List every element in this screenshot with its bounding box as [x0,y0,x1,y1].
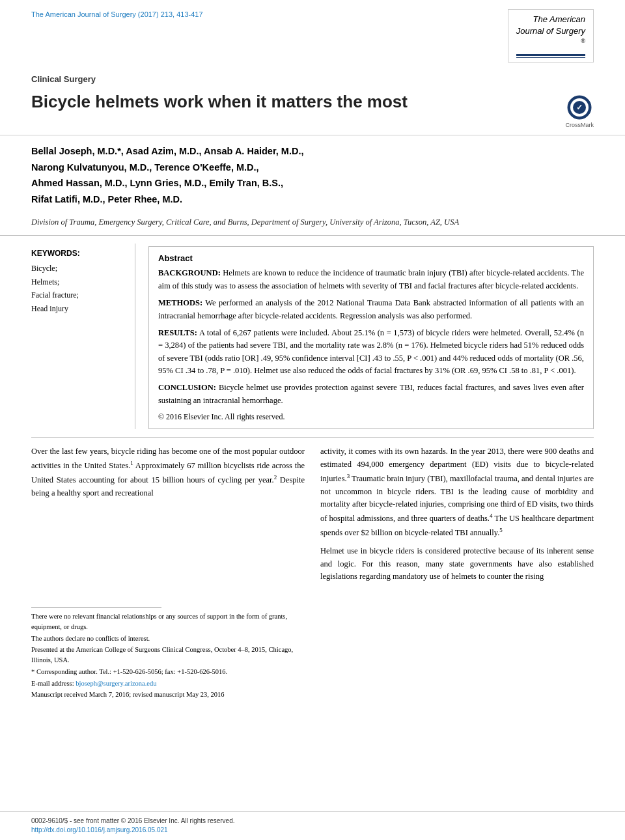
keywords-col: KEYWORDS: Bicycle; Helmets; Facial fract… [31,244,135,429]
section-label: Clinical Surgery [0,63,625,88]
keyword-item: Bicycle; [31,262,126,275]
footnote-divider [31,607,161,608]
abstract-conclusion: CONCLUSION: Bicycle helmet use provides … [158,382,584,407]
body-para-2: activity, it comes with its own hazards.… [320,445,594,540]
footnote-3: Presented at the American College of Sur… [31,645,305,665]
body-text: Over the last few years, bicycle riding … [0,445,625,589]
body-para-3: Helmet use in bicycle riders is consider… [320,545,594,583]
svg-text:✓: ✓ [576,103,583,112]
abstract-background: BACKGROUND: Helmets are known to reduce … [158,267,584,292]
body-col-left: Over the last few years, bicycle riding … [31,445,305,589]
article-title: Bicycle helmets work when it matters the… [31,92,555,112]
keywords-title: KEYWORDS: [31,249,126,258]
abstract-title: Abstract [158,253,584,263]
crossmark-label: CrossMark [565,122,594,128]
footnote-5: E-mail address: bjoseph@surgery.arizona.… [31,679,305,689]
issn-line: 0002-9610/$ - see front matter © 2016 El… [31,817,594,824]
body-col-right: activity, it comes with its own hazards.… [320,445,594,589]
abstract-methods: METHODS: We performed an analysis of the… [158,297,584,322]
footnote-6: Manuscript received March 7, 2016; revis… [31,690,305,700]
article-title-area: Bicycle helmets work when it matters the… [0,88,625,135]
crossmark-icon: ✓ [566,94,592,120]
body-para-1: Over the last few years, bicycle riding … [31,445,305,499]
journal-ref: The American Journal of Surgery (2017) 2… [31,9,203,20]
footnotes-area: There were no relevant financial relatio… [0,607,625,700]
crossmark-logo: ✓ CrossMark [565,94,594,128]
keywords-list: Bicycle; Helmets; Facial fracture; Head … [31,262,126,315]
doi-link[interactable]: http://dx.doi.org/10.1016/j.amjsurg.2016… [31,826,168,833]
abstract-box: Abstract BACKGROUND: Helmets are known t… [148,246,594,429]
main-content: KEYWORDS: Bicycle; Helmets; Facial fract… [0,236,625,429]
journal-logo-text: The American Journal of Surgery ® [516,14,585,50]
authors-line: Bellal Joseph, M.D.*, Asad Azim, M.D., A… [31,143,594,208]
keyword-item: Helmets; [31,275,126,288]
affiliation: Division of Trauma, Emergency Surgery, C… [0,211,625,236]
bottom-strip: 0002-9610/$ - see front matter © 2016 El… [0,811,625,840]
page: The American Journal of Surgery (2017) 2… [0,0,625,840]
section-divider [31,437,594,438]
footnote-2: The authors declare no conflicts of inte… [31,634,305,644]
authors-area: Bellal Joseph, M.D.*, Asad Azim, M.D., A… [0,135,625,212]
email-link[interactable]: bjoseph@surgery.arizona.edu [76,680,156,687]
footnote-4: * Corresponding author. Tel.: +1-520-626… [31,667,305,677]
journal-logo-box: The American Journal of Surgery ® [508,9,594,63]
abstract-col: Abstract BACKGROUND: Helmets are known t… [135,244,594,429]
abstract-copyright: © 2016 Elsevier Inc. All rights reserved… [158,412,584,422]
keyword-item: Facial fracture; [31,288,126,301]
keyword-item: Head injury [31,302,126,315]
footnote-1: There were no relevant financial relatio… [31,611,305,632]
logo-lines [516,54,585,58]
abstract-results: RESULTS: A total of 6,267 patients were … [158,327,584,378]
